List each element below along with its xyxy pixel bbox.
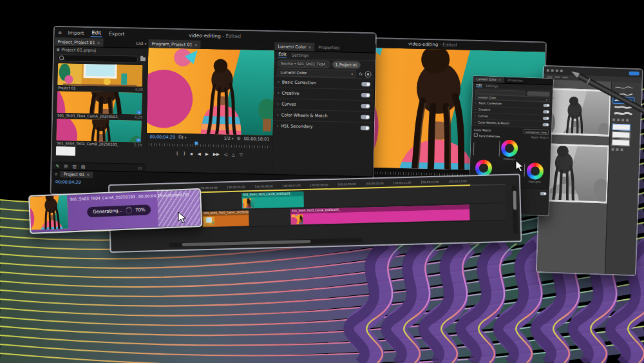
- toggle-switch[interactable]: [543, 117, 549, 120]
- midtones-wheel[interactable]: [501, 140, 518, 157]
- tool-icon[interactable]: [617, 119, 620, 121]
- toggle-switch[interactable]: [543, 110, 549, 113]
- option-icon[interactable]: [554, 77, 560, 78]
- pen-tool-icon[interactable]: ✎: [55, 164, 59, 169]
- tool-icon[interactable]: [626, 119, 629, 121]
- tool-icon[interactable]: [621, 119, 624, 121]
- tool-icon[interactable]: [547, 69, 549, 72]
- panel-menu-icon[interactable]: [54, 172, 58, 177]
- storyboard-card[interactable]: [545, 88, 611, 136]
- timeline-clip-orange[interactable]: S01_Sh01_Tk02_CamC_20250103_: [202, 210, 249, 227]
- project-item-matte[interactable]: [52, 145, 146, 157]
- tool-icon[interactable]: [616, 148, 618, 151]
- tool-icon[interactable]: [556, 70, 558, 72]
- close-icon[interactable]: [97, 40, 100, 45]
- menu-import[interactable]: Import: [66, 29, 85, 37]
- color-swatch[interactable]: [612, 139, 630, 146]
- shadows-slider[interactable]: [473, 142, 475, 155]
- project-item[interactable]: V S01_Sh03_Tk04_CamA_20250103_4;29: [53, 90, 147, 119]
- toggle-switch[interactable]: [361, 114, 370, 119]
- fx-icon[interactable]: [359, 71, 363, 76]
- timeline-vertical-scrollbar[interactable]: [512, 185, 518, 233]
- toggle-switch[interactable]: [540, 192, 547, 195]
- extract-icon[interactable]: ▽: [240, 152, 243, 157]
- tab-properties[interactable]: Properties: [504, 77, 527, 84]
- brush-preset[interactable]: [612, 110, 633, 117]
- close-icon[interactable]: [498, 78, 501, 81]
- tab-lumetri-color[interactable]: Lumetri Color: [274, 42, 315, 51]
- program-video[interactable]: [147, 48, 275, 135]
- toggle-switch[interactable]: [361, 92, 370, 97]
- lift-icon[interactable]: △: [232, 152, 235, 157]
- highlights-wheel[interactable]: [526, 162, 544, 180]
- close-icon[interactable]: [308, 44, 311, 50]
- timeline-clip-pink[interactable]: S01_Sh05_Tk03_CamA_20250103_: [290, 204, 470, 224]
- eye-icon[interactable]: [365, 71, 371, 77]
- section-hsl-secondary[interactable]: HSL Secondary: [273, 120, 374, 133]
- tab-sequence[interactable]: Project 01: [61, 171, 94, 178]
- source-chip[interactable]: Source • S01_Sh03_Tk04_: [278, 59, 330, 68]
- close-icon[interactable]: [194, 42, 198, 47]
- mark-out-icon[interactable]: }: [183, 151, 185, 156]
- subtab-settings[interactable]: Settings: [486, 84, 498, 88]
- step-back-icon[interactable]: ◀: [198, 152, 201, 157]
- tool-icon[interactable]: [551, 69, 554, 72]
- project-item[interactable]: V S01_Sh04_Tk01_CamB_20250103_2;18: [52, 117, 147, 147]
- subtab-settings[interactable]: Settings: [292, 52, 309, 58]
- preset-dropdown[interactable]: Lumetri Color: [277, 68, 356, 78]
- menu-export[interactable]: Export: [108, 30, 126, 37]
- storyboard-card[interactable]: [544, 143, 610, 203]
- trash-icon[interactable]: ▭: [138, 166, 142, 171]
- playhead[interactable]: [195, 142, 198, 145]
- view-mode-select[interactable]: List: [136, 41, 148, 46]
- zoom-select[interactable]: Fit: [178, 135, 186, 140]
- generative-extend-clip[interactable]: S01_Sh03_Tk04_CamA_20250103_-00;00;04;29…: [28, 188, 202, 234]
- list-view-icon[interactable]: ▥: [72, 164, 77, 170]
- mark-in-icon[interactable]: {: [176, 151, 178, 156]
- apply-match-button[interactable]: Apply Match: [531, 135, 548, 139]
- home-icon[interactable]: [59, 30, 62, 35]
- toggle-switch[interactable]: [361, 81, 370, 86]
- option-icon[interactable]: [562, 77, 567, 78]
- tool-icon[interactable]: [620, 148, 623, 151]
- menu-edit[interactable]: Edit: [90, 29, 102, 37]
- color-swatch-selected[interactable]: [612, 124, 630, 131]
- tool-icon[interactable]: [612, 119, 615, 121]
- shadows-wheel[interactable]: [475, 159, 493, 177]
- project-chip[interactable]: 1_Project 01: [332, 61, 361, 69]
- go-to-out-icon[interactable]: ◁: [224, 152, 227, 157]
- tab-project[interactable]: Project_Project 01: [54, 37, 104, 47]
- tab-properties[interactable]: Properties: [315, 43, 343, 52]
- comparison-view-button[interactable]: Comparison View: [524, 129, 549, 135]
- playback-resolution-select[interactable]: 1/2: [223, 135, 233, 141]
- subtab-edit[interactable]: Edit: [278, 52, 287, 57]
- current-timecode[interactable]: 00;00;04;29: [149, 134, 175, 140]
- sort-icon[interactable]: ▤: [81, 164, 86, 170]
- toggle-switch[interactable]: [543, 104, 549, 107]
- project-item[interactable]: Project 014;00: [53, 62, 148, 92]
- scrollbar-knob[interactable]: [513, 190, 516, 210]
- settings-wrench-icon[interactable]: [236, 135, 240, 141]
- toggle-switch[interactable]: [542, 123, 549, 126]
- grid-view-icon[interactable]: ⊞: [64, 164, 68, 169]
- toggle-switch[interactable]: [361, 125, 370, 130]
- scrollbar-knob[interactable]: [182, 240, 310, 246]
- midtones-slider[interactable]: [499, 141, 500, 156]
- tool-icon[interactable]: [560, 70, 563, 72]
- subtab-edit[interactable]: Edit: [476, 83, 482, 87]
- close-icon[interactable]: [86, 172, 90, 177]
- tool-icon[interactable]: [612, 148, 614, 151]
- timeline-clip-teal[interactable]: S01_Sh02_Tk01_CamB_20250103_: [242, 191, 304, 209]
- option-icon[interactable]: [547, 76, 552, 77]
- tab-lumetri-color[interactable]: Lumetri Color: [473, 76, 505, 83]
- toggle-switch[interactable]: [361, 103, 370, 108]
- play-icon[interactable]: ▶: [205, 152, 209, 157]
- face-detection-checkbox[interactable]: Face Detection: [474, 133, 500, 138]
- color-swatch[interactable]: [612, 132, 630, 139]
- search-input[interactable]: [57, 54, 138, 63]
- new-bin-icon[interactable]: [140, 57, 146, 61]
- share-button[interactable]: [629, 72, 639, 76]
- step-forward-icon[interactable]: ▶▶: [213, 152, 220, 157]
- brush-preset[interactable]: [614, 84, 634, 91]
- stop-icon[interactable]: ▪: [190, 151, 193, 156]
